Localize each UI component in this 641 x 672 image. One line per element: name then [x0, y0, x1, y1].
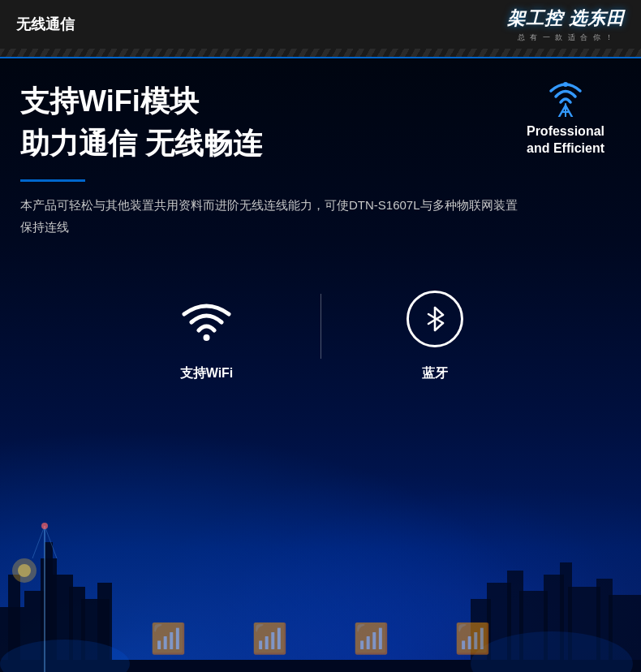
svg-rect-5 — [49, 575, 73, 672]
bottom-wifi-icon-3: 📶 — [353, 622, 389, 656]
svg-rect-1 — [8, 575, 20, 672]
svg-rect-17 — [568, 587, 600, 672]
svg-rect-2 — [24, 591, 45, 672]
svg-rect-0 — [0, 607, 24, 672]
professional-text: Professional and Efficient — [527, 123, 604, 157]
svg-rect-15 — [544, 575, 564, 672]
svg-rect-7 — [81, 599, 110, 672]
svg-rect-12 — [487, 583, 511, 672]
description-text: 本产品可轻松与其他装置共用资料而进阶无线连线能力，可使DTN-S1607L与多种… — [20, 194, 523, 238]
header-title: 无线通信 — [16, 15, 75, 34]
svg-rect-20 — [0, 660, 641, 672]
bottom-wifi-icons: 📶 📶 📶 📶 — [0, 622, 641, 656]
background-glow — [0, 388, 641, 672]
svg-line-25 — [45, 526, 57, 558]
main-content: 📶 📶 📶 📶 支持WiFi模块 助力通信 无线畅连 — [0, 58, 641, 672]
bluetooth-label: 蓝牙 — [422, 365, 448, 382]
header: 无线通信 架工控 选东田 总 有 一 款 适 合 你 ！ — [0, 0, 641, 49]
title-left: 支持WiFi模块 助力通信 无线畅连 — [20, 83, 527, 167]
feature-divider — [320, 294, 321, 359]
bottom-wifi-icon-1: 📶 — [150, 622, 187, 656]
content-section: 支持WiFi模块 助力通信 无线畅连 — [0, 58, 641, 254]
svg-point-32 — [204, 334, 210, 341]
bluetooth-icon-wrapper — [402, 286, 467, 351]
bottom-wifi-icon-4: 📶 — [454, 622, 491, 656]
professional-line1: Professional — [527, 123, 604, 140]
city-skyline — [0, 445, 641, 672]
svg-line-36 — [435, 323, 443, 330]
title-right: Professional and Efficient — [527, 75, 604, 157]
blue-underline — [20, 179, 85, 182]
svg-rect-6 — [69, 587, 85, 672]
svg-rect-18 — [596, 579, 613, 672]
svg-point-22 — [471, 631, 633, 672]
svg-point-9 — [12, 558, 37, 583]
svg-rect-3 — [41, 558, 57, 672]
main-title-line1: 支持WiFi模块 — [20, 83, 527, 121]
logo-sub-text: 总 有 一 款 适 合 你 ！ — [507, 32, 625, 43]
svg-point-10 — [18, 564, 31, 577]
feature-bluetooth: 蓝牙 — [354, 286, 516, 382]
svg-rect-8 — [97, 583, 112, 672]
svg-point-21 — [0, 640, 130, 672]
bluetooth-circle-icon — [407, 291, 463, 347]
title-row: 支持WiFi模块 助力通信 无线畅连 — [20, 83, 621, 167]
svg-rect-14 — [519, 591, 548, 672]
svg-rect-4 — [45, 542, 53, 672]
feature-wifi: 支持WiFi — [126, 286, 288, 382]
svg-point-31 — [563, 82, 568, 87]
svg-line-24 — [32, 526, 45, 558]
wifi-icon-wrapper — [174, 286, 239, 351]
svg-rect-13 — [507, 571, 523, 672]
svg-rect-19 — [609, 595, 641, 672]
features-section: 支持WiFi 蓝牙 — [0, 286, 641, 382]
svg-line-34 — [435, 308, 443, 315]
svg-rect-11 — [471, 599, 491, 672]
wifi-label: 支持WiFi — [180, 365, 234, 382]
header-logo: 架工控 选东田 总 有 一 款 适 合 你 ！ — [507, 6, 625, 43]
professional-line2: and Efficient — [527, 140, 604, 157]
svg-rect-16 — [560, 562, 572, 672]
logo-main-text: 架工控 选东田 — [507, 6, 625, 31]
wifi-tower-icon — [544, 75, 587, 123]
svg-point-26 — [41, 523, 48, 529]
bottom-wifi-icon-2: 📶 — [252, 622, 288, 656]
stripe-bar — [0, 49, 641, 58]
main-title-line2: 助力通信 无线畅连 — [20, 125, 527, 163]
